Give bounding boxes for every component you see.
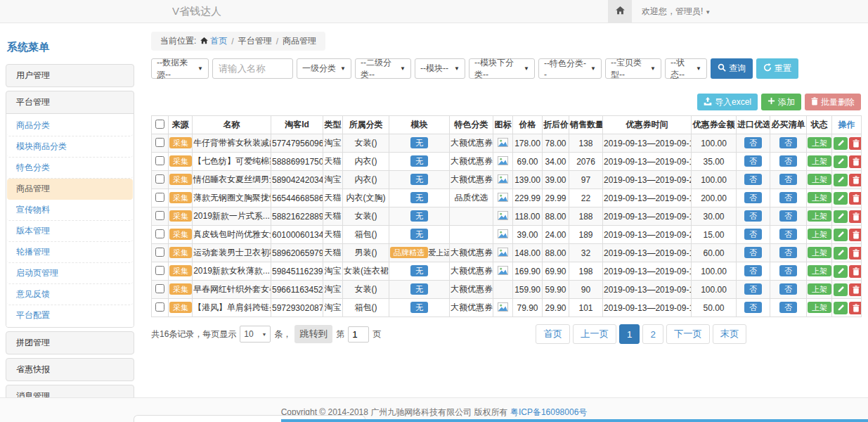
edit-button[interactable] — [834, 283, 848, 296]
row-checkbox[interactable] — [155, 156, 164, 165]
sidebar-item-1-1[interactable]: 模块商品分类 — [7, 136, 133, 158]
import-select-toggle[interactable]: 否 — [744, 210, 762, 222]
must-buy-toggle[interactable]: 否 — [779, 137, 797, 148]
page-button-5[interactable]: 末页 — [713, 324, 747, 344]
status-badge[interactable]: 上架 — [808, 192, 831, 203]
import-select-toggle[interactable]: 否 — [744, 174, 762, 185]
edit-button[interactable] — [834, 229, 848, 241]
status-badge[interactable]: 上架 — [808, 283, 831, 295]
status-badge[interactable]: 上架 — [808, 155, 831, 167]
sidebar-section-3[interactable]: 省惠快报 — [6, 359, 134, 381]
item-type-select[interactable]: --宝贝类型--▼ — [605, 58, 661, 79]
reset-button[interactable]: 重置 — [756, 58, 798, 79]
import-excel-button[interactable]: 导入excel — [697, 94, 758, 110]
delete-button[interactable] — [849, 302, 862, 314]
add-button[interactable]: 添加 — [761, 94, 801, 110]
row-checkbox[interactable] — [155, 302, 164, 312]
import-select-toggle[interactable]: 否 — [744, 247, 762, 258]
delete-button[interactable] — [849, 192, 862, 205]
delete-button[interactable] — [849, 265, 862, 278]
status-badge[interactable]: 上架 — [808, 265, 831, 276]
import-select-toggle[interactable]: 否 — [744, 155, 762, 167]
module-select[interactable]: --模块--▼ — [415, 58, 465, 79]
must-buy-toggle[interactable]: 否 — [779, 192, 797, 203]
sidebar-item-1-0[interactable]: 商品分类 — [7, 115, 133, 136]
module-subcategory-select[interactable]: --模块下分类--▼ — [469, 58, 535, 79]
jump-page-input[interactable] — [348, 326, 369, 343]
edit-button[interactable] — [834, 265, 848, 278]
import-select-toggle[interactable]: 否 — [744, 265, 762, 276]
icp-link[interactable]: 粤ICP备16098006号 — [510, 407, 587, 417]
status-badge[interactable]: 上架 — [808, 302, 831, 313]
import-select-toggle[interactable]: 否 — [744, 229, 762, 240]
page-button-2[interactable]: 1 — [619, 324, 640, 344]
sidebar-item-1-9[interactable]: 平台配置 — [7, 305, 133, 326]
row-checkbox[interactable] — [155, 266, 164, 275]
must-buy-toggle[interactable]: 否 — [779, 265, 797, 276]
delete-button[interactable] — [849, 210, 862, 223]
status-badge[interactable]: 上架 — [808, 210, 831, 222]
must-buy-toggle[interactable]: 否 — [779, 283, 797, 295]
must-buy-toggle[interactable]: 否 — [779, 155, 797, 167]
sidebar-item-1-2[interactable]: 特色分类 — [7, 158, 133, 179]
row-checkbox[interactable] — [155, 174, 164, 184]
search-button[interactable]: 查询 — [711, 58, 753, 79]
edit-button[interactable] — [834, 247, 848, 260]
sidebar-item-1-4[interactable]: 宣传物料 — [7, 200, 133, 221]
status-select[interactable]: --状态--▼ — [665, 58, 707, 79]
sidebar-item-1-5[interactable]: 版本管理 — [7, 221, 133, 242]
sidebar-item-1-7[interactable]: 启动页管理 — [7, 263, 133, 284]
sidebar-item-1-8[interactable]: 意见反馈 — [7, 284, 133, 305]
page-button-4[interactable]: 下一页 — [666, 324, 710, 344]
batch-delete-button[interactable]: 批量删除 — [805, 94, 861, 110]
row-checkbox[interactable] — [155, 229, 164, 238]
must-buy-toggle[interactable]: 否 — [779, 174, 797, 185]
page-button-0[interactable]: 首页 — [536, 324, 570, 344]
delete-button[interactable] — [849, 137, 862, 150]
status-badge[interactable]: 上架 — [808, 229, 831, 240]
status-badge[interactable]: 上架 — [808, 137, 831, 148]
edit-button[interactable] — [834, 155, 848, 168]
import-select-toggle[interactable]: 否 — [744, 192, 762, 203]
breadcrumb-page[interactable]: 商品管理 — [283, 35, 316, 47]
must-buy-toggle[interactable]: 否 — [779, 210, 797, 222]
user-menu[interactable]: 欢迎您，管理员!▼ — [642, 0, 711, 23]
breadcrumb-section[interactable]: 平台管理 — [238, 35, 272, 47]
sidebar-item-1-3[interactable]: 商品管理 — [7, 179, 133, 200]
delete-button[interactable] — [849, 229, 862, 241]
data-source-select[interactable]: --数据来源--▼ — [151, 58, 209, 79]
must-buy-toggle[interactable]: 否 — [779, 302, 797, 313]
name-search-input[interactable] — [212, 58, 293, 79]
import-select-toggle[interactable]: 否 — [744, 283, 762, 295]
must-buy-toggle[interactable]: 否 — [779, 229, 797, 240]
edit-button[interactable] — [834, 137, 848, 150]
jump-button[interactable]: 跳转到 — [294, 325, 332, 343]
row-checkbox[interactable] — [155, 248, 164, 257]
edit-button[interactable] — [834, 174, 848, 186]
row-checkbox[interactable] — [155, 211, 164, 220]
page-button-1[interactable]: 上一页 — [573, 324, 616, 344]
home-button[interactable] — [608, 0, 632, 23]
page-size-select[interactable]: 10 ▼ — [240, 326, 271, 343]
row-checkbox[interactable] — [155, 284, 164, 293]
level1-category-select[interactable]: 一级分类▼ — [297, 58, 351, 79]
edit-button[interactable] — [834, 210, 848, 223]
delete-button[interactable] — [849, 174, 862, 186]
status-badge[interactable]: 上架 — [808, 247, 831, 258]
import-select-toggle[interactable]: 否 — [744, 137, 762, 148]
edit-button[interactable] — [834, 302, 848, 314]
sidebar-item-1-6[interactable]: 轮播管理 — [7, 242, 133, 263]
sidebar-section-1[interactable]: 平台管理 — [6, 91, 134, 113]
level2-category-select[interactable]: --二级分类--▼ — [355, 58, 411, 79]
sidebar-section-2[interactable]: 拼团管理 — [6, 332, 134, 354]
row-checkbox[interactable] — [155, 193, 164, 202]
delete-button[interactable] — [849, 247, 862, 260]
select-all-checkbox[interactable] — [155, 120, 164, 129]
delete-button[interactable] — [849, 283, 862, 296]
sidebar-section-0[interactable]: 用户管理 — [6, 65, 134, 87]
status-badge[interactable]: 上架 — [808, 174, 831, 185]
import-select-toggle[interactable]: 否 — [744, 302, 762, 313]
edit-button[interactable] — [834, 192, 848, 205]
breadcrumb-home-link[interactable]: 首页 — [210, 35, 227, 47]
must-buy-toggle[interactable]: 否 — [779, 247, 797, 258]
